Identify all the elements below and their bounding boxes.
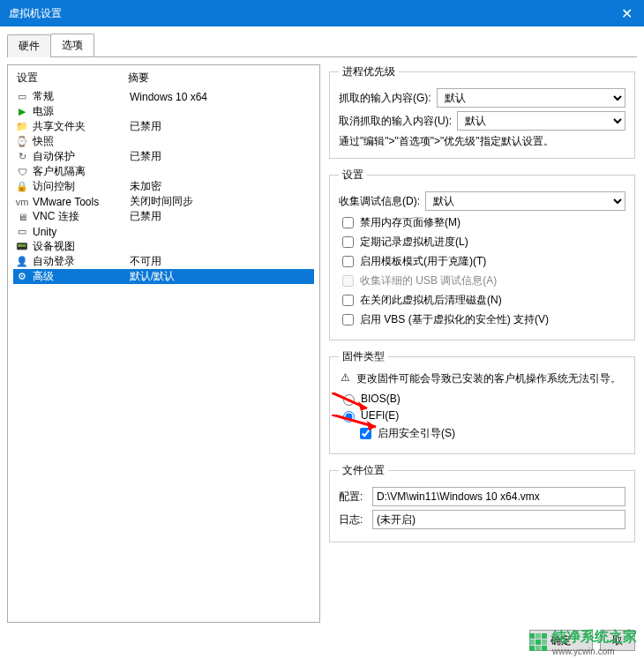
settings-item-icon: 🔒 [15,181,29,192]
vm-settings-dialog: 虚拟机设置 ✕ 硬件 选项 设置 摘要 ▭常规Windows 10 x64▶电源… [0,0,644,658]
settings-item[interactable]: ⚙高级默认/默认 [13,269,314,284]
input-config-path[interactable] [372,487,625,506]
warning-icon: ⚠ [339,371,351,386]
label-usb-debug: 收集详细的 USB 调试信息(A) [360,273,497,288]
settings-item-name: VMware Tools [33,196,130,208]
label-clean-disk: 在关闭此虚拟机后清理磁盘(N) [360,293,502,308]
label-secure-boot: 启用安全引导(S) [378,426,455,441]
label-log-path: 日志: [339,512,367,527]
select-ungrabbed-priority[interactable]: 默认 [457,111,625,131]
settings-item-icon: ⌚ [15,136,29,147]
settings-item-summary: Windows 10 x64 [130,91,314,103]
settings-item[interactable]: 📟设备视图 [13,239,314,254]
settings-item-icon: 🖥 [15,212,29,222]
settings-item-icon: 📁 [15,121,29,132]
settings-item-name: 自动登录 [33,254,130,269]
group-priority: 进程优先级 抓取的输入内容(G): 默认 取消抓取的输入内容(U): 默认 通过… [329,64,635,159]
watermark-brand: 纯净系统之家 [552,629,637,644]
radio-uefi[interactable] [343,411,355,422]
select-grabbed-priority[interactable]: 默认 [437,88,625,108]
settings-item[interactable]: 👤自动登录不可用 [13,254,314,269]
settings-item-name: Unity [33,226,130,238]
close-button[interactable]: ✕ [609,0,644,26]
checkbox-usb-debug [342,275,354,287]
settings-item[interactable]: 📁共享文件夹已禁用 [13,119,314,134]
settings-item-name: 客户机隔离 [33,164,130,179]
settings-item-name: 快照 [33,134,130,149]
label-log-progress: 定期记录虚拟机进度(L) [360,235,468,250]
settings-item-name: 常规 [33,89,130,104]
settings-item-name: 设备视图 [33,239,130,254]
settings-item-summary: 已禁用 [130,149,314,164]
settings-item[interactable]: ▶电源 [13,104,314,119]
checkbox-vbs[interactable] [342,314,354,325]
settings-item-summary: 不可用 [130,254,314,269]
settings-item-name: 高级 [33,269,130,284]
label-ungrabbed: 取消抓取的输入内容(U): [339,114,452,129]
settings-item-icon: ▭ [15,226,29,237]
col-header-name: 设置 [13,71,128,86]
label-mem-trim: 禁用内存页面修整(M) [360,215,461,230]
settings-item-summary: 未加密 [130,179,314,194]
radio-bios[interactable] [343,394,355,406]
tab-options[interactable]: 选项 [50,34,94,56]
checkbox-clean-disk[interactable] [342,295,354,306]
settings-item-summary: 默认/默认 [130,269,314,284]
settings-item[interactable]: 🖥VNC 连接已禁用 [13,209,314,224]
settings-item-summary: 关闭时间同步 [130,194,314,209]
input-log-path[interactable] [372,510,625,529]
label-vbs: 启用 VBS (基于虚拟化的安全性) 支持(V) [360,312,549,327]
settings-item-icon: 👤 [15,256,29,267]
settings-item[interactable]: 🔒访问控制未加密 [13,179,314,194]
label-debug: 收集调试信息(D): [339,194,420,209]
label-grabbed: 抓取的输入内容(G): [339,91,431,106]
settings-item-icon: vm [15,197,29,207]
group-settings: 设置 收集调试信息(D): 默认 禁用内存页面修整(M) 定期记录虚拟机进度(L… [329,168,635,340]
settings-item[interactable]: ▭Unity [13,224,314,239]
titlebar: 虚拟机设置 ✕ [0,0,644,26]
checkbox-log-progress[interactable] [342,236,354,248]
legend-priority: 进程优先级 [339,64,399,79]
checkbox-template-mode[interactable] [342,256,354,267]
legend-firmware: 固件类型 [339,349,388,364]
watermark-logo-icon [529,633,547,651]
detail-panel: 进程优先级 抓取的输入内容(G): 默认 取消抓取的输入内容(U): 默认 通过… [329,64,637,623]
settings-item-name: 访问控制 [33,179,130,194]
tab-hardware[interactable]: 硬件 [7,34,51,57]
legend-settings: 设置 [339,168,367,183]
label-uefi: UEFI(E) [361,409,399,422]
col-header-summary: 摘要 [128,71,314,86]
settings-item[interactable]: ⌚快照 [13,134,314,149]
watermark-url: www.ycwin.com [552,647,637,656]
checkbox-mem-trim[interactable] [342,217,354,228]
settings-item[interactable]: ▭常规Windows 10 x64 [13,89,314,104]
priority-note: 通过"编辑">"首选项">"优先级"指定默认设置。 [339,134,625,149]
label-config-path: 配置: [339,490,367,505]
settings-item-summary: 已禁用 [130,209,314,224]
group-firmware: 固件类型 ⚠ 更改固件可能会导致已安装的客户机操作系统无法引导。 BIOS(B)… [329,349,635,454]
settings-item-name: 自动保护 [33,149,130,164]
settings-item-name: VNC 连接 [33,209,130,224]
checkbox-secure-boot[interactable] [360,428,371,439]
settings-item-summary: 已禁用 [130,119,314,134]
select-debug-info[interactable]: 默认 [425,191,625,211]
settings-item-icon: ↻ [15,151,29,162]
label-bios: BIOS(B) [361,393,401,405]
tab-strip: 硬件 选项 [7,34,637,57]
window-title: 虚拟机设置 [9,6,62,21]
settings-item-icon: ▶ [15,106,29,117]
settings-item-icon: ⚙ [15,271,29,282]
settings-item[interactable]: vmVMware Tools关闭时间同步 [13,194,314,209]
settings-item-icon: ▭ [15,91,29,102]
group-file-location: 文件位置 配置: 日志: [329,463,635,542]
settings-item[interactable]: 🛡客户机隔离 [13,164,314,179]
settings-item-icon: 📟 [15,241,29,252]
firmware-warning: 更改固件可能会导致已安装的客户机操作系统无法引导。 [356,371,625,386]
label-template-mode: 启用模板模式(用于克隆)(T) [360,254,486,269]
settings-list-panel: 设置 摘要 ▭常规Windows 10 x64▶电源📁共享文件夹已禁用⌚快照↻自… [7,64,320,623]
settings-item-name: 电源 [33,104,130,119]
legend-file-location: 文件位置 [339,463,388,478]
settings-item[interactable]: ↻自动保护已禁用 [13,149,314,164]
settings-item-name: 共享文件夹 [33,119,130,134]
settings-list[interactable]: ▭常规Windows 10 x64▶电源📁共享文件夹已禁用⌚快照↻自动保护已禁用… [13,89,314,617]
